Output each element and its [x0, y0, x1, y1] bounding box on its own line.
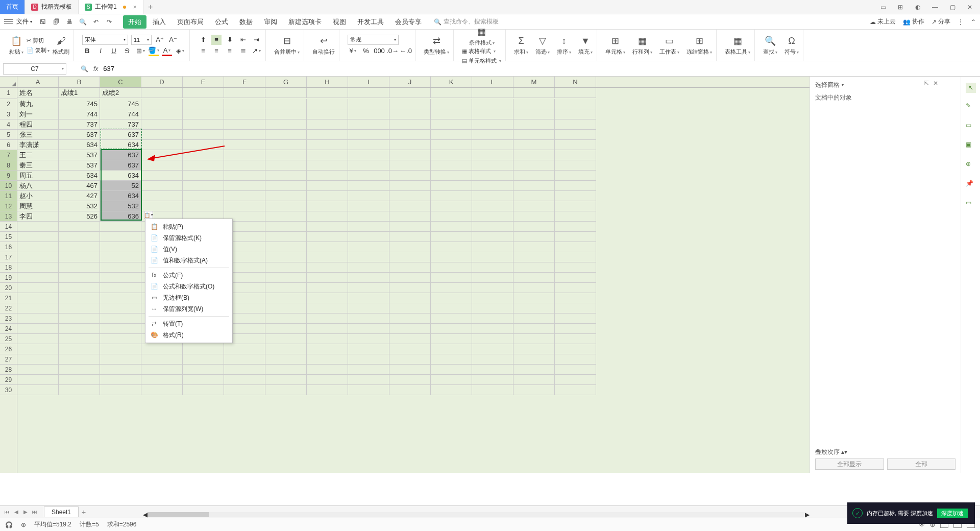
pin-icon[interactable]: ⇱: [924, 80, 929, 87]
layout-icon[interactable]: ▭: [877, 2, 889, 12]
cell[interactable]: [307, 109, 348, 119]
cell[interactable]: [17, 313, 59, 324]
comma-icon[interactable]: 000: [374, 46, 384, 56]
menu-formula[interactable]: 公式: [210, 15, 233, 29]
cell[interactable]: [265, 109, 307, 119]
cell[interactable]: [183, 150, 224, 160]
cell[interactable]: [513, 344, 555, 354]
context-menu-item[interactable]: 📄值和数字格式(A): [145, 255, 232, 266]
cell[interactable]: [17, 354, 59, 365]
cell[interactable]: 634: [59, 171, 100, 181]
row-header[interactable]: 4: [0, 119, 17, 130]
cell[interactable]: [307, 303, 348, 313]
cell[interactable]: [472, 262, 513, 273]
cell[interactable]: [431, 324, 472, 334]
cell[interactable]: [513, 222, 555, 232]
cell[interactable]: [431, 109, 472, 119]
cell[interactable]: [513, 181, 555, 191]
row-header[interactable]: 7: [0, 150, 17, 160]
context-menu-item[interactable]: 📄保留源格式(K): [145, 232, 232, 244]
cell[interactable]: [389, 99, 431, 109]
cell[interactable]: [265, 99, 307, 109]
cell[interactable]: [431, 181, 472, 191]
cell[interactable]: [472, 88, 513, 98]
row-header[interactable]: 11: [0, 191, 17, 201]
wrap-button[interactable]: ↩自动换行: [312, 35, 335, 56]
name-box[interactable]: C7: [3, 63, 66, 75]
cell[interactable]: 537: [59, 160, 100, 171]
cell[interactable]: [100, 365, 141, 375]
hamburger-icon[interactable]: [4, 19, 13, 24]
cell[interactable]: 737: [59, 119, 100, 130]
number-format-select[interactable]: 常规▾: [348, 35, 399, 45]
cell[interactable]: [389, 344, 431, 354]
cell[interactable]: [513, 171, 555, 181]
cell[interactable]: 745: [59, 99, 100, 109]
cell[interactable]: [265, 324, 307, 334]
cell[interactable]: [348, 365, 389, 375]
cell[interactable]: [307, 273, 348, 283]
cell[interactable]: [59, 293, 100, 303]
cells-button[interactable]: ⊞单元格: [605, 35, 625, 56]
redo-icon[interactable]: ↷: [105, 17, 114, 27]
cell[interactable]: [472, 160, 513, 171]
cell[interactable]: [513, 211, 555, 222]
cell[interactable]: [183, 344, 224, 354]
cell[interactable]: [307, 88, 348, 98]
formula-input[interactable]: [103, 63, 980, 75]
tab-home[interactable]: 首页: [0, 0, 25, 14]
menu-layout[interactable]: 页面布局: [172, 15, 209, 29]
cell[interactable]: [17, 303, 59, 313]
cell[interactable]: [431, 160, 472, 171]
cell[interactable]: [307, 283, 348, 293]
cell[interactable]: 637: [59, 130, 100, 140]
cell[interactable]: [348, 171, 389, 181]
cell[interactable]: [555, 109, 596, 119]
cell[interactable]: [59, 324, 100, 334]
cell[interactable]: [389, 160, 431, 171]
cell[interactable]: [431, 119, 472, 130]
cell[interactable]: [348, 262, 389, 273]
cell[interactable]: [555, 222, 596, 232]
cell[interactable]: [472, 222, 513, 232]
cell[interactable]: [472, 303, 513, 313]
cell[interactable]: [265, 130, 307, 140]
cell[interactable]: [224, 88, 265, 98]
select-all-corner[interactable]: [0, 77, 17, 88]
cell[interactable]: [265, 211, 307, 222]
tab-templates[interactable]: D 找稻壳模板: [25, 0, 79, 14]
cell[interactable]: [389, 365, 431, 375]
cell[interactable]: [555, 171, 596, 181]
col-header[interactable]: N: [555, 77, 596, 87]
cell[interactable]: [100, 273, 141, 283]
maximize-button[interactable]: ▢: [946, 2, 959, 12]
cell[interactable]: [307, 385, 348, 395]
cell[interactable]: [513, 119, 555, 130]
cell[interactable]: [59, 273, 100, 283]
cell[interactable]: [389, 242, 431, 252]
cell[interactable]: [513, 160, 555, 171]
cell[interactable]: [555, 252, 596, 262]
cell[interactable]: [513, 109, 555, 119]
cell[interactable]: [348, 273, 389, 283]
cell[interactable]: [265, 365, 307, 375]
next-sheet-icon[interactable]: ▶: [21, 509, 30, 515]
row-header[interactable]: 25: [0, 334, 17, 344]
cell[interactable]: [224, 375, 265, 385]
cell[interactable]: [265, 293, 307, 303]
row-header[interactable]: 2: [0, 99, 17, 109]
row-header[interactable]: 5: [0, 130, 17, 140]
type-convert-button[interactable]: ⇄类型转换: [424, 35, 449, 56]
cell[interactable]: [348, 222, 389, 232]
cell[interactable]: [389, 150, 431, 160]
context-menu-item[interactable]: 📄公式和数字格式(O): [145, 281, 232, 292]
cell[interactable]: [100, 262, 141, 273]
cell[interactable]: [555, 375, 596, 385]
cell[interactable]: [17, 344, 59, 354]
cell[interactable]: [141, 99, 183, 109]
cell[interactable]: [224, 344, 265, 354]
cell[interactable]: [59, 252, 100, 262]
close-button[interactable]: ✕: [964, 2, 976, 12]
filter-button[interactable]: ▽筛选: [535, 35, 550, 56]
paste-button[interactable]: 📋粘贴: [9, 35, 23, 56]
